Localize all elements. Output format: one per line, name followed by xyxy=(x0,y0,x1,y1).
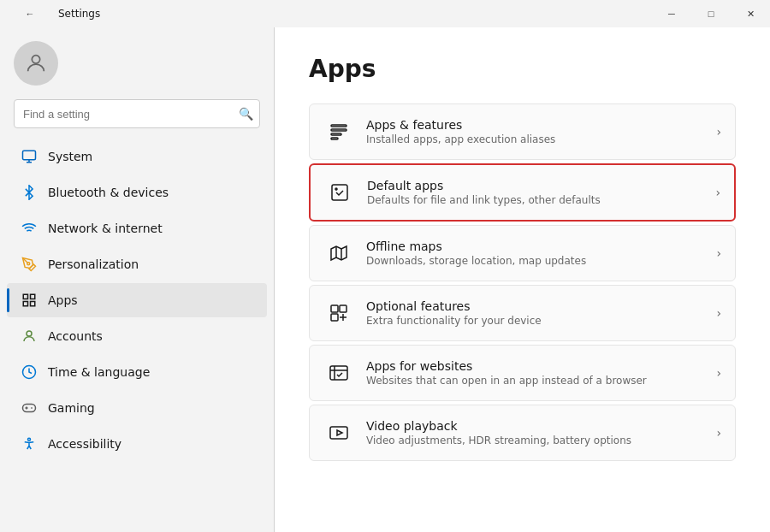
back-icon: ← xyxy=(26,9,35,19)
default-apps-icon xyxy=(324,177,355,208)
maximize-icon: □ xyxy=(708,9,714,19)
svg-rect-3 xyxy=(23,294,27,299)
search-box: 🔍 xyxy=(14,99,260,128)
default-apps-desc: Defaults for file and link types, other … xyxy=(367,194,601,206)
video-playback-desc: Video adjustments, HDR streaming, batter… xyxy=(366,434,631,446)
apps-websites-title: Apps for websites xyxy=(366,359,647,373)
video-playback-title: Video playback xyxy=(366,419,631,433)
search-icon: 🔍 xyxy=(239,107,253,121)
optional-features-chevron: › xyxy=(716,306,721,320)
svg-rect-12 xyxy=(331,129,346,131)
close-button[interactable]: ✕ xyxy=(731,0,770,27)
settings-item-optional-features[interactable]: Optional features Extra functionality fo… xyxy=(309,285,736,341)
sidebar-item-network[interactable]: Network & internet xyxy=(7,211,267,245)
offline-maps-desc: Downloads, storage location, map updates xyxy=(366,255,586,267)
svg-rect-5 xyxy=(23,302,27,306)
page-title: Apps xyxy=(309,55,736,83)
default-apps-text: Default apps Defaults for file and link … xyxy=(367,179,601,206)
search-button[interactable]: 🔍 xyxy=(239,107,253,121)
svg-rect-15 xyxy=(332,185,347,200)
video-playback-text: Video playback Video adjustments, HDR st… xyxy=(366,419,631,446)
sidebar-item-accounts-label: Accounts xyxy=(48,329,103,343)
sidebar-item-apps-label: Apps xyxy=(48,293,78,307)
sidebar-item-personalization-label: Personalization xyxy=(48,257,139,271)
sidebar-item-accessibility[interactable]: Accessibility xyxy=(7,427,267,461)
sidebar-item-bluetooth-label: Bluetooth & devices xyxy=(48,186,169,199)
sidebar: 🔍 System Bluetooth & devices xyxy=(0,27,274,532)
optional-features-icon xyxy=(323,298,354,328)
video-playback-chevron: › xyxy=(716,426,721,440)
apps-websites-left: Apps for websites Websites that can open… xyxy=(323,358,647,388)
apps-websites-chevron: › xyxy=(716,366,721,380)
apps-features-title: Apps & features xyxy=(366,118,555,132)
sidebar-item-gaming-label: Gaming xyxy=(48,401,95,415)
sidebar-item-time[interactable]: Time & language xyxy=(7,355,267,389)
svg-rect-6 xyxy=(31,302,35,306)
offline-maps-text: Offline maps Downloads, storage location… xyxy=(366,239,586,267)
titlebar-title: Settings xyxy=(58,8,100,20)
accounts-icon xyxy=(21,328,38,345)
svg-rect-18 xyxy=(340,305,346,312)
minimize-button[interactable]: ─ xyxy=(652,0,691,27)
default-apps-chevron: › xyxy=(715,186,720,199)
gaming-icon xyxy=(21,399,38,417)
apps-features-text: Apps & features Installed apps, app exec… xyxy=(366,118,555,145)
time-icon xyxy=(21,364,38,381)
apps-icon xyxy=(21,292,38,309)
settings-list: Apps & features Installed apps, app exec… xyxy=(309,103,736,461)
apps-features-desc: Installed apps, app execution aliases xyxy=(366,133,555,145)
svg-rect-1 xyxy=(23,151,36,160)
back-button[interactable]: ← xyxy=(10,0,50,27)
sidebar-item-accounts[interactable]: Accounts xyxy=(7,319,267,353)
avatar-section xyxy=(0,27,274,92)
sidebar-item-bluetooth[interactable]: Bluetooth & devices xyxy=(7,175,267,210)
svg-point-10 xyxy=(28,438,31,440)
avatar[interactable] xyxy=(14,41,58,86)
optional-features-title: Optional features xyxy=(366,299,542,313)
svg-rect-17 xyxy=(331,305,338,312)
offline-maps-left: Offline maps Downloads, storage location… xyxy=(323,238,586,269)
bluetooth-icon xyxy=(21,184,38,201)
sidebar-item-personalization[interactable]: Personalization xyxy=(7,247,267,281)
main-content: Apps Apps & features Instal xyxy=(275,27,770,532)
default-apps-left: Default apps Defaults for file and link … xyxy=(324,177,601,208)
sidebar-item-system-label: System xyxy=(48,150,92,163)
settings-item-default-apps[interactable]: Default apps Defaults for file and link … xyxy=(309,163,736,222)
svg-point-2 xyxy=(27,263,30,265)
offline-maps-chevron: › xyxy=(716,246,721,260)
sidebar-item-system[interactable]: System xyxy=(7,139,267,174)
svg-rect-20 xyxy=(330,366,347,380)
settings-item-apps-websites[interactable]: Apps for websites Websites that can open… xyxy=(309,345,736,401)
svg-point-0 xyxy=(32,56,39,63)
apps-features-left: Apps & features Installed apps, app exec… xyxy=(323,116,555,147)
optional-features-left: Optional features Extra functionality fo… xyxy=(323,298,542,328)
accessibility-icon xyxy=(21,435,38,452)
apps-websites-desc: Websites that can open in an app instead… xyxy=(366,375,647,387)
settings-item-video-playback[interactable]: Video playback Video adjustments, HDR st… xyxy=(309,405,736,461)
svg-rect-14 xyxy=(331,138,338,139)
apps-websites-icon xyxy=(323,358,354,388)
optional-features-desc: Extra functionality for your device xyxy=(366,315,542,327)
svg-rect-4 xyxy=(31,294,35,299)
maximize-button[interactable]: □ xyxy=(691,0,731,27)
minimize-icon: ─ xyxy=(668,9,675,19)
video-playback-icon xyxy=(323,417,354,448)
offline-maps-icon xyxy=(323,238,354,269)
settings-item-apps-features[interactable]: Apps & features Installed apps, app exec… xyxy=(309,103,736,160)
sidebar-item-apps[interactable]: Apps xyxy=(7,283,267,317)
video-playback-left: Video playback Video adjustments, HDR st… xyxy=(323,417,631,448)
titlebar-left: ← Settings xyxy=(10,0,100,27)
settings-item-offline-maps[interactable]: Offline maps Downloads, storage location… xyxy=(309,225,736,281)
wifi-icon xyxy=(21,220,38,237)
close-icon: ✕ xyxy=(747,9,755,20)
sidebar-item-network-label: Network & internet xyxy=(48,222,163,235)
app-layout: 🔍 System Bluetooth & devices xyxy=(0,27,770,532)
apps-features-chevron: › xyxy=(716,125,721,139)
default-apps-title: Default apps xyxy=(367,179,601,192)
sidebar-item-gaming[interactable]: Gaming xyxy=(7,391,267,425)
sidebar-item-accessibility-label: Accessibility xyxy=(48,437,121,451)
svg-point-16 xyxy=(335,188,337,190)
svg-rect-13 xyxy=(331,133,341,135)
svg-point-7 xyxy=(27,331,32,336)
search-input[interactable] xyxy=(14,99,260,128)
